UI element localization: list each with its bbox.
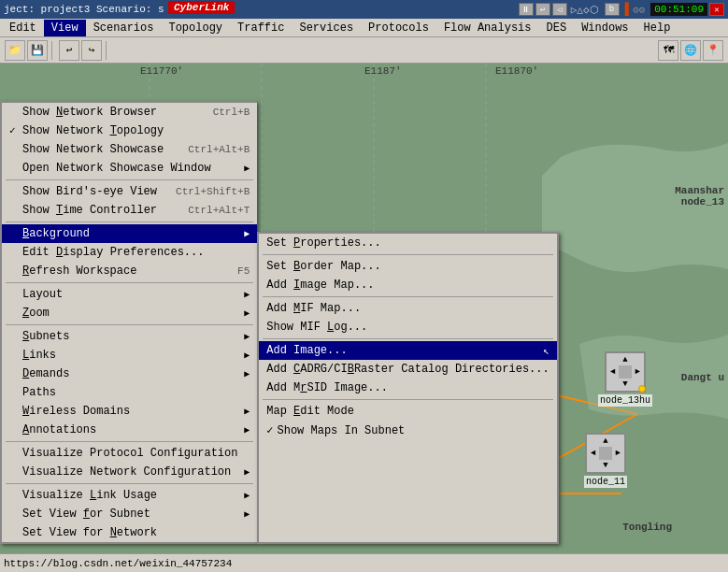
map-label-dangtu: Dangt u	[681, 372, 724, 383]
sub-sep-4	[263, 399, 552, 400]
menu-paths[interactable]: Paths	[2, 383, 257, 402]
node-13-label: node_13hu	[598, 394, 652, 407]
map-btn-1[interactable]: 🗺	[658, 40, 678, 61]
sub-set-properties[interactable]: Set Properties...	[259, 234, 556, 252]
menu-item-traffic[interactable]: Traffic	[230, 20, 292, 36]
sub-show-maps-subnet[interactable]: ✓Show Maps In Subnet	[259, 421, 556, 440]
view-menu-dropdown: Show Network Browser Ctrl+B ✓Show Networ…	[0, 101, 257, 544]
cursor-indicator: ↖	[543, 345, 550, 357]
menu-layout[interactable]: Layout ▶	[2, 285, 257, 304]
main-content: E11770' E1187' E11870' Hu Woy Maansharno…	[0, 64, 728, 553]
menu-set-view-network[interactable]: Set View for Network	[2, 523, 257, 542]
node-11-label: node_11	[584, 476, 627, 488]
sub-add-mif-map[interactable]: Add MIF Map...	[259, 299, 556, 318]
menu-open-network-showcase[interactable]: Open Network Showcase Window ▶	[2, 159, 257, 178]
background-submenu-dropdown: Set Properties... Set Border Map... Add …	[257, 232, 558, 544]
menu-refresh-workspace[interactable]: Refresh Workspace F5	[2, 262, 257, 280]
sub-add-cadrg[interactable]: Add CADRG/CIBRaster Catalog Directories.…	[259, 360, 556, 379]
menu-show-network-browser[interactable]: Show Network Browser Ctrl+B	[2, 103, 257, 122]
menu-item-topology[interactable]: Topology	[161, 20, 230, 36]
step-fwd-btn[interactable]: b	[605, 3, 620, 16]
dropdown-container: Show Network Browser Ctrl+B ✓Show Networ…	[0, 101, 559, 544]
menu-sep-5	[6, 441, 253, 442]
map-label-tongling: Tongling	[622, 522, 672, 533]
title-bar: ject: project3 Scenario: s CyberLink ⏸ ↩…	[0, 0, 728, 19]
toolbar-redo-btn[interactable]: ↪	[81, 40, 102, 61]
node-11[interactable]: ▲ ◄► ▼ node_11	[584, 433, 627, 488]
menu-show-time-controller[interactable]: Show Time Controller Ctrl+Alt+T	[2, 201, 257, 220]
title-text: ject: project3 Scenario: s	[4, 4, 517, 15]
node-13-indicator	[638, 385, 646, 393]
menu-bar: Edit View Scenarios Topology Traffic Ser…	[0, 19, 728, 37]
menu-item-help[interactable]: Help	[636, 20, 678, 36]
toolbar-open-btn[interactable]: 📁	[5, 40, 25, 61]
sub-sep-3	[263, 338, 552, 339]
sub-sep-1	[263, 254, 552, 255]
toolbar-save-btn[interactable]: 💾	[27, 40, 48, 61]
menu-zoom[interactable]: Zoom ▶	[2, 304, 257, 322]
toolbar-icon3: ⚙⚙	[633, 4, 645, 16]
menu-item-flow-analysis[interactable]: Flow Analysis	[436, 20, 539, 36]
close-btn[interactable]: ✕	[709, 3, 724, 16]
menu-sep-2	[6, 222, 253, 222]
map-toolbar: 🗺 🌐 📍	[657, 40, 724, 61]
map-label-maanshan: Maansharnode_13	[675, 185, 724, 207]
coord-e1187: E1187'	[364, 65, 402, 77]
menu-background[interactable]: Background ▶	[2, 224, 257, 243]
toolbar-separator-1	[51, 41, 55, 60]
menu-sep-1	[6, 179, 253, 180]
coord-e11770: E11770'	[140, 65, 183, 77]
menu-wireless-domains[interactable]: Wireless Domains ▶	[2, 402, 257, 421]
menu-edit-display-prefs[interactable]: Edit Display Preferences...	[2, 243, 257, 262]
node-13[interactable]: ▲ ◄► ▼ node_13hu	[598, 351, 652, 407]
sub-add-image-map[interactable]: Add Image Map...	[259, 276, 556, 294]
menu-set-view-subnet[interactable]: Set View for Subnet ▶	[2, 505, 257, 523]
time-display: 00:51:09	[650, 3, 707, 16]
menu-item-protocols[interactable]: Protocols	[361, 20, 436, 36]
menu-item-edit[interactable]: Edit	[2, 20, 44, 36]
sub-show-mif-log[interactable]: Show MIF Log...	[259, 318, 556, 336]
cyberlink-logo: CyberLink	[168, 1, 235, 14]
toolbar-undo-btn[interactable]: ↩	[59, 40, 79, 61]
sub-set-border-map[interactable]: Set Border Map...	[259, 257, 556, 276]
menu-show-network-showcase[interactable]: Show Network Showcase Ctrl+Alt+B	[2, 140, 257, 159]
menu-demands[interactable]: Demands ▶	[2, 365, 257, 383]
menu-vis-network-config[interactable]: Visualize Network Configuration ▶	[2, 463, 257, 481]
menu-links[interactable]: Links ▶	[2, 346, 257, 365]
rewind-btn[interactable]: ↩	[535, 3, 550, 16]
step-back-btn[interactable]: ◁	[552, 3, 567, 16]
menu-show-birds-eye[interactable]: Show Bird's-eye View Ctrl+Shift+B	[2, 182, 257, 201]
map-btn-3[interactable]: 📍	[703, 40, 723, 61]
toolbar-icons: ▷△◇⬡	[571, 4, 599, 16]
toolbar-icon2: ▐	[621, 2, 629, 17]
sub-add-image[interactable]: Add Image... ↖	[259, 341, 556, 360]
toolbar-separator-2	[106, 41, 109, 60]
menu-annotations[interactable]: Annotations ▶	[2, 421, 257, 439]
menu-item-windows[interactable]: Windows	[574, 20, 635, 36]
menu-item-des[interactable]: DES	[539, 20, 575, 36]
toolbar: 📁 💾 ↩ ↪ 🗺 🌐 📍	[0, 37, 728, 64]
menu-item-services[interactable]: Services	[292, 20, 361, 36]
menu-vis-protocol-config[interactable]: Visualize Protocol Configuration	[2, 444, 257, 463]
menu-sep-6	[6, 483, 253, 484]
sub-sep-2	[263, 296, 552, 297]
menu-sep-3	[6, 282, 253, 283]
menu-subnets[interactable]: Subnets ▶	[2, 327, 257, 346]
status-url: https://blog.csdn.net/weixin_44757234	[4, 558, 232, 569]
coord-e11870: E11870'	[495, 65, 538, 77]
menu-vis-link-usage[interactable]: Visualize Link Usage ▶	[2, 486, 257, 505]
status-bar: https://blog.csdn.net/weixin_44757234	[0, 553, 728, 572]
pause-btn[interactable]: ⏸	[519, 3, 534, 16]
menu-show-network-topology[interactable]: ✓Show Network Topology	[2, 122, 257, 140]
menu-item-view[interactable]: View	[44, 20, 86, 36]
sub-map-edit-mode[interactable]: Map Edit Mode	[259, 402, 556, 421]
sub-add-mrsid[interactable]: Add MrSID Image...	[259, 379, 556, 397]
map-btn-2[interactable]: 🌐	[680, 40, 701, 61]
menu-item-scenarios[interactable]: Scenarios	[86, 20, 162, 36]
menu-sep-4	[6, 324, 253, 325]
